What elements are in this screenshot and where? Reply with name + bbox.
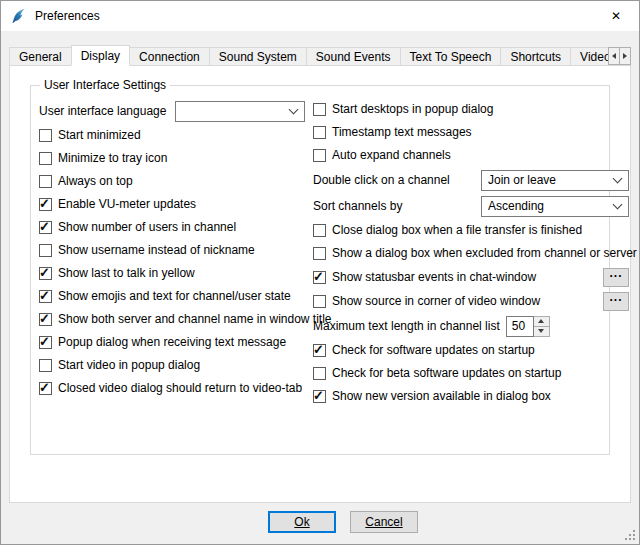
checkbox-statusbar-events[interactable] [313,271,326,284]
checkbox-row[interactable]: Check for beta software updates on start… [313,364,629,382]
checkbox-row[interactable]: Close dialog box when a file transfer is… [313,221,629,239]
checkbox-row[interactable]: Timestamp text messages [313,123,629,141]
checkbox-row[interactable]: Start desktops in popup dialog [313,100,629,118]
checkbox-label[interactable]: Popup dialog when receiving text message [58,335,286,349]
checkbox-row[interactable]: Show number of users in channel [39,218,311,236]
checkbox-show-user-count[interactable] [39,221,52,234]
checkbox-row[interactable]: Popup dialog when receiving text message [39,333,311,351]
chevron-down-icon [613,173,623,183]
checkbox-row[interactable]: Show username instead of nickname [39,241,311,259]
checkbox-emojis-text-state[interactable] [39,290,52,303]
tab-display[interactable]: Display [71,45,130,66]
checkbox-label[interactable]: Show both server and channel name in win… [58,312,332,326]
checkbox-label[interactable]: Start video in popup dialog [58,358,200,372]
checkbox-last-to-talk-yellow[interactable] [39,267,52,280]
checkbox-label[interactable]: Start minimized [58,128,141,142]
double-click-select[interactable]: Join or leave [481,170,629,191]
tab-shortcuts[interactable]: Shortcuts [500,47,571,66]
checkbox-label[interactable]: Enable VU-meter updates [58,197,196,211]
ok-button[interactable]: Ok [268,511,336,533]
checkbox-row[interactable]: Start minimized [39,126,311,144]
checkbox-row[interactable]: Show a dialog box when excluded from cha… [313,244,629,262]
checkbox-popup-on-text-message[interactable] [39,336,52,349]
checkbox-row[interactable]: Closed video dialog should return to vid… [39,379,311,397]
checkbox-row[interactable]: Start video in popup dialog [39,356,311,374]
checkbox-label[interactable]: Show last to talk in yellow [58,266,195,280]
checkbox-row[interactable]: Show last to talk in yellow [39,264,311,282]
checkbox-start-desktops-popup[interactable] [313,103,326,116]
checkbox-server-channel-in-title[interactable] [39,313,52,326]
settings-columns: User interface language Start minimized … [31,86,609,410]
checkbox-label[interactable]: Show emojis and text for channel/user st… [58,289,291,303]
spin-down-button[interactable] [534,327,549,336]
checkbox-dialog-when-excluded[interactable] [313,247,326,260]
checkbox-check-beta-updates[interactable] [313,367,326,380]
checkbox-label[interactable]: Show source in corner of video window [332,294,540,308]
chevron-down-icon [613,199,623,209]
group-title: User Interface Settings [40,78,170,92]
sort-channels-label: Sort channels by [313,199,402,213]
resize-grip[interactable] [623,528,636,541]
tab-sound-events[interactable]: Sound Events [306,47,401,66]
checkbox-row[interactable]: Minimize to tray icon [39,149,311,167]
tab-connection[interactable]: Connection [129,47,210,66]
spinner-buttons [534,316,550,337]
checkbox-start-video-popup[interactable] [39,359,52,372]
right-arrow-icon [623,53,627,59]
double-click-label: Double click on a channel [313,173,450,187]
checkbox-row[interactable]: Auto expand channels [313,146,629,164]
checkbox-label[interactable]: Show username instead of nickname [58,243,255,257]
checkbox-closed-video-return-tab[interactable] [39,382,52,395]
checkbox-close-on-transfer-finished[interactable] [313,224,326,237]
checkbox-label[interactable]: Close dialog box when a file transfer is… [332,223,582,237]
checkbox-label[interactable]: Check for beta software updates on start… [332,366,561,380]
tab-general[interactable]: General [9,47,72,66]
checkbox-label[interactable]: Show a dialog box when excluded from cha… [332,246,637,260]
tab-sound-system[interactable]: Sound System [209,47,307,66]
checkbox-always-on-top[interactable] [39,175,52,188]
tab-scroll-right-button[interactable] [619,47,631,65]
checkbox-label[interactable]: Closed video dialog should return to vid… [58,381,302,395]
checkbox-row[interactable]: Show emojis and text for channel/user st… [39,287,311,305]
checkbox-label[interactable]: Always on top [58,174,133,188]
checkbox-label[interactable]: Start desktops in popup dialog [332,102,493,116]
close-button[interactable]: ✕ [593,1,639,31]
cancel-button[interactable]: Cancel [350,511,418,533]
checkbox-new-version-dialog[interactable] [313,390,326,403]
double-click-value: Join or leave [488,173,608,187]
checkbox-check-updates-startup[interactable] [313,344,326,357]
checkbox-username-instead-nickname[interactable] [39,244,52,257]
max-text-length-spinner[interactable]: 50 [506,316,550,337]
checkbox-label[interactable]: Show number of users in channel [58,220,236,234]
checkbox-row[interactable]: Show new version available in dialog box [313,387,629,405]
up-arrow-icon [538,319,544,323]
checkbox-label[interactable]: Show new version available in dialog box [332,389,551,403]
max-text-length-value[interactable]: 50 [506,316,534,337]
checkbox-label[interactable]: Check for software updates on startup [332,343,535,357]
checkbox-auto-expand-channels[interactable] [313,149,326,162]
checkbox-row[interactable]: Check for software updates on startup [313,341,629,359]
statusbar-events-more-button[interactable]: ... [603,268,629,287]
checkbox-row[interactable]: Show both server and channel name in win… [39,310,311,328]
sort-channels-select[interactable]: Ascending [481,196,629,217]
checkbox-vu-meter[interactable] [39,198,52,211]
language-select[interactable] [175,101,305,122]
checkbox-timestamp-messages[interactable] [313,126,326,139]
checkbox-label[interactable]: Auto expand channels [332,148,451,162]
checkbox-label[interactable]: Timestamp text messages [332,125,472,139]
dialog-footer: Ok Cancel [1,511,639,533]
checkbox-source-corner-video[interactable] [313,295,326,308]
feather-icon [10,8,26,24]
checkbox-label[interactable]: Minimize to tray icon [58,151,167,165]
checkbox-row[interactable]: Always on top [39,172,311,190]
display-tab-page: User Interface Settings User interface l… [9,65,631,503]
checkbox-start-minimized[interactable] [39,129,52,142]
spin-up-button[interactable] [534,317,549,327]
resize-grip-icon [623,528,636,541]
tab-text-to-speech[interactable]: Text To Speech [400,47,502,66]
max-text-length-row: Maximum text length in channel list 50 [313,315,629,337]
checkbox-row[interactable]: Enable VU-meter updates [39,195,311,213]
checkbox-minimize-to-tray[interactable] [39,152,52,165]
video-source-more-button[interactable]: ... [603,292,629,311]
checkbox-label[interactable]: Show statusbar events in chat-window [332,270,536,284]
